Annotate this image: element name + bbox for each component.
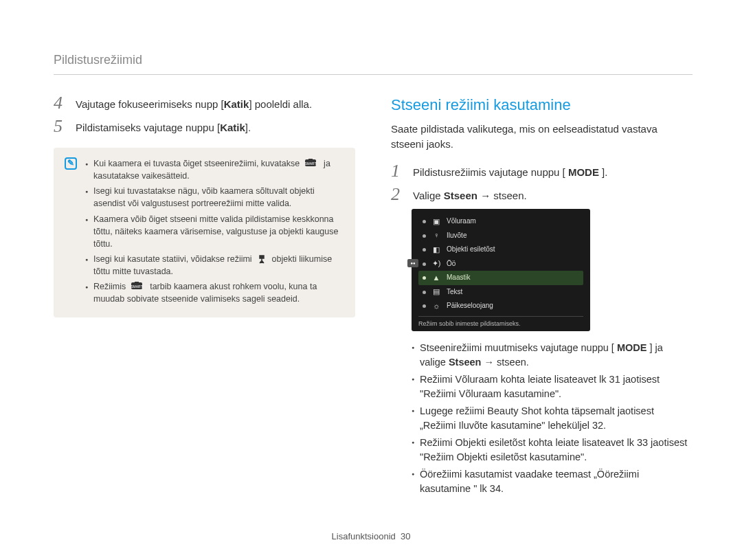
smart-auto-icon: SMART: [128, 282, 148, 291]
beauty-icon: ♀: [431, 232, 441, 240]
lcd-label: Maastik: [447, 273, 470, 283]
text: ].: [599, 166, 608, 178]
step-number: 4: [54, 94, 66, 112]
note-item: Isegi kui kasutate statiivi, võidakse re…: [85, 253, 341, 278]
lcd-item-voluraam: ▣ Võluraam: [418, 214, 583, 229]
info-bullets: Stseenirežiimi muutmiseks vajutage nuppu…: [412, 341, 693, 496]
lcd-label: Iluvõte: [447, 231, 466, 241]
lcd-label: Öö: [447, 259, 456, 269]
lcd-item-objekti: ◧ Objekti esiletõst: [418, 243, 583, 257]
svg-text:SMART: SMART: [304, 161, 316, 166]
left-column: 4 Vajutage fokuseerimiseks nupp [Katik] …: [54, 94, 355, 499]
note-icon: ✎: [65, 157, 77, 170]
text: ] pooleldi alla.: [249, 98, 312, 110]
lcd-item-maastik-selected: ▲ Maastik: [418, 271, 583, 285]
svg-rect-4: [135, 282, 139, 283]
lcd-item-iluvote: ♀ Iluvõte: [418, 229, 583, 243]
step-number: 2: [391, 186, 403, 203]
highlight-icon: ◧: [431, 246, 441, 254]
lcd-item-oo: ●● ✦) Öö: [418, 257, 583, 271]
text: Režiimis: [93, 282, 128, 291]
step-number: 1: [391, 162, 403, 180]
bullet-item: Režiimi Võluraam kohta leiate lisateavet…: [412, 372, 688, 401]
lcd-screenshot: ▣ Võluraam ♀ Iluvõte ◧ Objekti esiletõst…: [412, 209, 590, 331]
text: Stseenirežiimi muutmiseks vajutage nuppu…: [420, 342, 617, 353]
text: ].: [245, 122, 251, 133]
text-icon: ▤: [431, 288, 441, 296]
bullet-item: Režiimi Objekti esiletõst kohta leiate l…: [412, 436, 688, 464]
text: → stseen.: [477, 190, 527, 201]
step-4: 4 Vajutage fokuseerimiseks nupp [Katik] …: [54, 94, 355, 112]
step-2: 2 Valige Stseen → stseen.: [391, 186, 693, 203]
text: Vajutage fokuseerimiseks nupp [: [76, 98, 224, 110]
dot-icon: [423, 304, 426, 308]
step-text: Pildistusrežiimis vajutage nuppu [ MODE …: [413, 162, 693, 180]
lcd-hint: Režiim sobib inimeste pildistamiseks.: [418, 316, 583, 328]
dot-icon: [423, 262, 426, 266]
note-box: ✎ Kui kaamera ei tuvasta õiget stseenire…: [54, 148, 355, 317]
tripod-icon: [254, 254, 269, 264]
step-text: Pildistamiseks vajutage nuppu [Katik].: [76, 117, 355, 135]
key-label: MODE: [568, 166, 599, 178]
key-label: Katik: [220, 122, 245, 133]
text: Isegi kui kasutate statiivi, võidakse re…: [93, 254, 254, 264]
step-number: 5: [54, 117, 66, 135]
lcd-label: Päikeseloojang: [447, 301, 493, 311]
page-header: Pildistusrežiimid: [54, 51, 693, 75]
section-title: Stseeni režiimi kasutamine: [391, 94, 693, 116]
night-icon: ✦): [431, 260, 441, 268]
dot-icon: [423, 291, 426, 294]
page-number: 30: [401, 531, 410, 541]
lcd-item-tekst: ▤ Tekst: [418, 285, 583, 300]
smart-auto-icon: SMART: [302, 159, 322, 168]
dot-icon: [423, 248, 426, 251]
sunset-icon: ☼: [431, 302, 441, 311]
bullet-item: Öörežiimi kasutamist vaadake teemast „Öö…: [412, 467, 688, 496]
bullet-item: Lugege režiimi Beauty Shot kohta täpsema…: [412, 404, 688, 433]
step-text: Valige Stseen → stseen.: [413, 186, 693, 203]
text: Valige: [413, 190, 444, 201]
note-item: Isegi kui tuvastatakse nägu, võib kaamer…: [85, 185, 341, 210]
text: → stseen.: [481, 357, 528, 368]
lcd-label: Võluraam: [447, 216, 476, 227]
lcd-label: Objekti esiletõst: [447, 245, 495, 255]
lcd-item-paikeseloojang: ☼ Päikeseloojang: [418, 299, 583, 313]
content-columns: 4 Vajutage fokuseerimiseks nupp [Katik] …: [54, 94, 693, 499]
text: Kui kaamera ei tuvasta õiget stseenireži…: [93, 159, 302, 168]
key-label: Stseen: [449, 357, 482, 368]
note-list: Kui kaamera ei tuvasta õiget stseenireži…: [85, 157, 341, 308]
step-5: 5 Pildistamiseks vajutage nuppu [Katik].: [54, 117, 355, 135]
step-1: 1 Pildistusrežiimis vajutage nuppu [ MOD…: [391, 162, 693, 180]
dot-icon: [423, 276, 426, 280]
key-label: Stseen: [444, 190, 477, 201]
section-intro: Saate pildistada valikutega, mis on eels…: [391, 122, 693, 152]
svg-text:SMART: SMART: [131, 284, 142, 289]
frame-icon: ▣: [431, 218, 441, 226]
note-item: Režiimis SMART tarbib kaamera akust rohk…: [85, 280, 341, 305]
footer-section: Lisafunktsioonid: [332, 531, 396, 541]
bullet-item: Stseenirežiimi muutmiseks vajutage nuppu…: [412, 341, 688, 370]
dot-icon: [423, 220, 426, 223]
key-label: MODE: [617, 342, 647, 353]
note-item: Kaamera võib õiget stseeni mitte valida …: [85, 213, 341, 250]
dot-icon: [423, 234, 426, 238]
right-column: Stseeni režiimi kasutamine Saate pildist…: [391, 94, 693, 499]
lcd-label: Tekst: [447, 287, 462, 298]
key-label: Katik: [224, 98, 249, 110]
landscape-icon: ▲: [431, 274, 441, 282]
text: Pildistamiseks vajutage nuppu [: [76, 122, 220, 133]
note-item: Kui kaamera ei tuvasta õiget stseenireži…: [85, 157, 341, 182]
svg-rect-1: [308, 159, 313, 160]
video-indicator-icon: ●●: [407, 259, 418, 267]
step-text: Vajutage fokuseerimiseks nupp [Katik] po…: [76, 94, 355, 112]
text: Pildistusrežiimis vajutage nuppu [: [413, 166, 568, 178]
page-footer: Lisafunktsioonid 30: [0, 530, 742, 544]
